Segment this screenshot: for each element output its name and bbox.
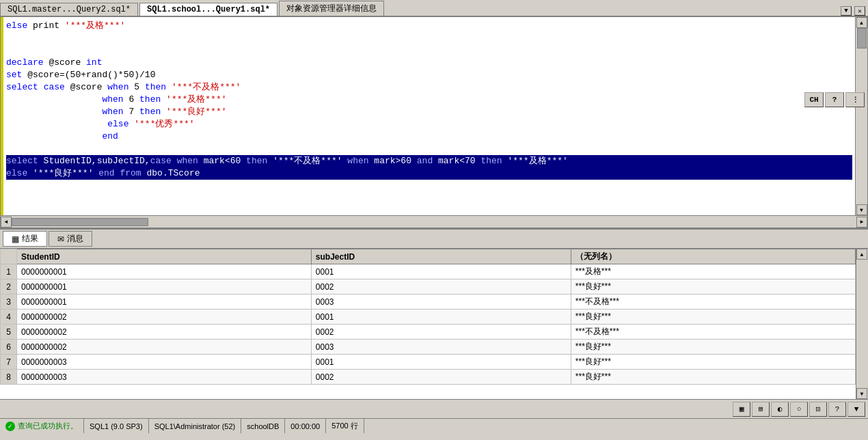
cell-subjectid: 0001 (311, 355, 571, 370)
col-studentid: StudentID (17, 249, 312, 264)
table-row: 3 0000000001 0003 ***不及格*** (1, 294, 856, 310)
code-line: when 7 then '***良好***' (6, 106, 852, 118)
selected-line-2[interactable]: else '***良好***' end from dbo.TScore (6, 167, 852, 180)
results-tab-label: 结果 (22, 233, 38, 245)
scroll-down-btn[interactable]: ▼ (856, 204, 867, 215)
tab-query1[interactable]: SQL1.school...Query1.sql* (139, 3, 277, 16)
extra-button[interactable]: ⋮ (845, 92, 865, 107)
col-rownum (1, 249, 17, 264)
cell-grade: ***良好*** (571, 310, 855, 325)
table-row: 1 0000000001 0001 ***及格*** (1, 264, 856, 279)
code-line (6, 32, 852, 44)
selected-line-1[interactable]: select StudentID,subJectID,case when mar… (6, 155, 852, 167)
bottom-btn-5[interactable]: ⊡ (809, 402, 827, 417)
status-user: SQL1\Administrator (52) (149, 419, 242, 433)
status-bar: ✓ 查询已成功执行。 SQL1 (9.0 SP3) SQL1\Administr… (0, 418, 868, 433)
res-scroll-down[interactable]: ▼ (856, 388, 867, 399)
code-content[interactable]: else print '***及格***' declare @score int… (3, 17, 855, 215)
cell-studentid: 0000000002 (17, 340, 312, 355)
cell-studentid: 0000000001 (17, 294, 312, 310)
minimize-btn[interactable]: ▼ (841, 6, 852, 16)
results-grid-area: StudentID subJectID （无列名） 1 0000000001 0… (0, 249, 868, 399)
scroll-up-btn[interactable]: ▲ (856, 17, 867, 28)
cell-grade: ***及格*** (571, 264, 855, 279)
results-tab-msg[interactable]: ✉ 消息 (49, 231, 92, 247)
code-line: end (6, 130, 852, 143)
cell-studentid: 0000000001 (17, 279, 312, 294)
cell-subjectid: 0003 (311, 294, 571, 310)
code-container: else print '***及格***' declare @score int… (1, 17, 867, 215)
editor-toolbar: CH ? ⋮ (804, 92, 865, 107)
main-window: SQL1.master...Query2.sql* SQL1.school...… (0, 0, 868, 440)
scroll-thumb[interactable] (857, 28, 867, 49)
bottom-toolbar: ▦ ⊞ ◐ ○ ⊡ ? ▼ (0, 399, 868, 418)
status-db: schoolDB (241, 419, 285, 433)
scroll-track[interactable] (856, 28, 867, 204)
bottom-icon-group: ▦ ⊞ ◐ ○ ⊡ ? ▼ (733, 402, 865, 417)
msg-tab-label: 消息 (67, 233, 83, 245)
row-num: 2 (1, 279, 17, 294)
cell-grade: ***良好*** (571, 355, 855, 370)
code-line: declare @score int (6, 57, 852, 69)
results-tab-grid[interactable]: ▦ 结果 (3, 231, 47, 247)
status-time: 00:00:00 (285, 419, 326, 433)
editor-area: else print '***及格***' declare @score int… (0, 16, 868, 228)
bottom-btn-4[interactable]: ○ (790, 402, 808, 417)
res-scroll-up[interactable]: ▲ (856, 249, 867, 260)
help-button[interactable]: ? (825, 92, 844, 107)
cell-studentid: 0000000003 (17, 355, 312, 370)
editor-h-scrollbar: ◄ ► (1, 215, 867, 228)
code-line: else print '***及格***' (6, 20, 852, 32)
table-row: 7 0000000003 0001 ***良好*** (1, 355, 856, 370)
row-num: 4 (1, 310, 17, 325)
status-rows: 5700 行 (326, 419, 364, 433)
h-scroll-thumb[interactable] (12, 218, 148, 226)
row-num: 7 (1, 355, 17, 370)
status-server: SQL1 (9.0 SP3) (84, 419, 149, 433)
code-line: set @score=(50+rand()*50)/10 (6, 69, 852, 81)
cell-studentid: 0000000001 (17, 264, 312, 279)
bottom-btn-1[interactable]: ▦ (733, 402, 750, 417)
status-message: ✓ 查询已成功执行。 (0, 419, 84, 433)
ch-button[interactable]: CH (804, 92, 824, 107)
cell-subjectid: 0002 (311, 279, 571, 294)
row-num: 8 (1, 370, 17, 385)
code-line (6, 143, 852, 155)
res-scroll-track[interactable] (856, 260, 868, 388)
tab-query2[interactable]: SQL1.master...Query2.sql* (0, 3, 138, 16)
cell-subjectid: 0001 (311, 264, 571, 279)
table-row: 2 0000000001 0002 ***良好*** (1, 279, 856, 294)
table-row: 4 0000000002 0001 ***良好*** (1, 310, 856, 325)
bottom-btn-scroll[interactable]: ▼ (847, 402, 865, 417)
cell-subjectid: 0002 (311, 370, 571, 385)
bottom-btn-2[interactable]: ⊞ (752, 402, 770, 417)
close-btn[interactable]: ✕ (854, 6, 865, 16)
h-scroll-left-btn[interactable]: ◄ (1, 217, 12, 228)
results-grid[interactable]: StudentID subJectID （无列名） 1 0000000001 0… (0, 249, 856, 399)
cell-grade: ***良好*** (571, 340, 855, 355)
row-num: 5 (1, 325, 17, 340)
cell-grade: ***良好*** (571, 279, 855, 294)
table-row: 8 0000000003 0002 ***良好*** (1, 370, 856, 385)
cell-grade: ***不及格*** (571, 325, 855, 340)
bottom-btn-3[interactable]: ◐ (771, 402, 789, 417)
table-row: 6 0000000002 0003 ***良好*** (1, 340, 856, 355)
bottom-btn-6[interactable]: ? (828, 402, 846, 417)
cell-studentid: 0000000002 (17, 325, 312, 340)
results-pane: ▦ 结果 ✉ 消息 StudentID subJectID （无列名） (0, 228, 868, 399)
cell-studentid: 0000000003 (17, 370, 312, 385)
cell-subjectid: 0003 (311, 340, 571, 355)
results-table: StudentID subJectID （无列名） 1 0000000001 0… (0, 249, 856, 385)
code-line (6, 44, 852, 57)
h-scroll-right-btn[interactable]: ► (856, 217, 867, 228)
table-row: 5 0000000002 0002 ***不及格*** (1, 325, 856, 340)
results-v-scrollbar: ▲ ▼ (856, 249, 868, 399)
row-num: 1 (1, 264, 17, 279)
cell-subjectid: 0002 (311, 325, 571, 340)
col-noname: （无列名） (571, 249, 855, 264)
results-tabs: ▦ 结果 ✉ 消息 (0, 230, 868, 249)
h-scroll-track[interactable] (12, 217, 856, 227)
status-text: 查询已成功执行。 (18, 421, 78, 431)
status-success-indicator: ✓ 查询已成功执行。 (5, 421, 78, 431)
tab-object-explorer[interactable]: 对象资源管理器详细信息 (279, 1, 384, 16)
